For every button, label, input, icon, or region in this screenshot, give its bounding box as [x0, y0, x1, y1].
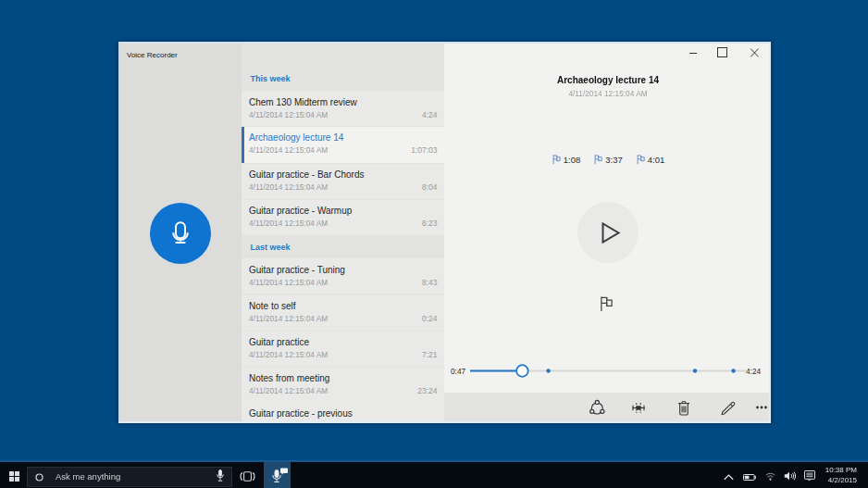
- svg-text:4:24: 4:24: [746, 367, 762, 376]
- svg-text:0:47: 0:47: [451, 367, 466, 376]
